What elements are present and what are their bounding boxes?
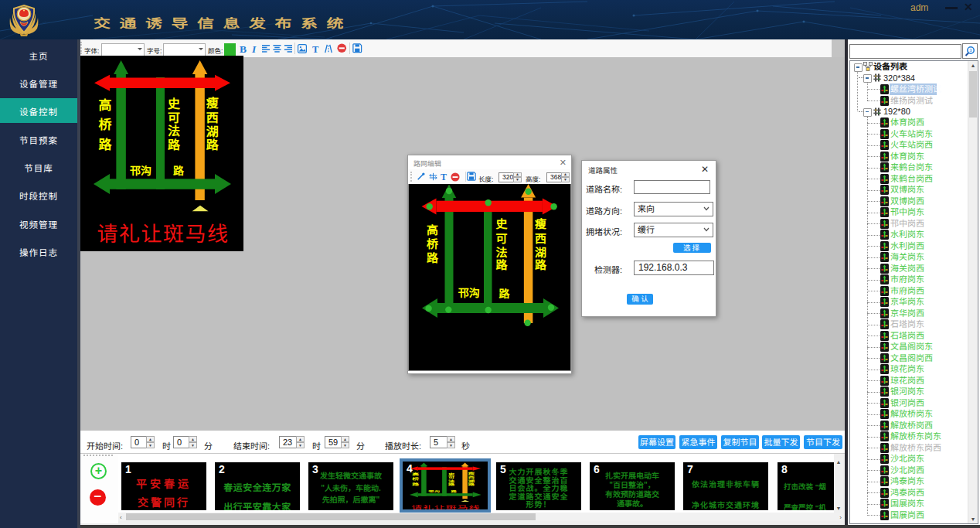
svg-text:可: 可	[495, 232, 507, 245]
svg-text:史: 史	[448, 472, 455, 475]
svg-text:法: 法	[168, 124, 180, 138]
svg-text:路: 路	[451, 490, 458, 493]
svg-text:路: 路	[495, 258, 508, 271]
svg-text:请礼让斑马线: 请礼让斑马线	[411, 505, 480, 509]
svg-text:邗沟: 邗沟	[428, 490, 440, 493]
svg-text:高: 高	[427, 223, 438, 237]
svg-text:西: 西	[535, 232, 546, 245]
svg-text:路: 路	[412, 482, 420, 486]
svg-text:路: 路	[168, 138, 181, 152]
svg-text:桥: 桥	[427, 237, 439, 250]
svg-text:高: 高	[99, 98, 112, 113]
svg-text:高: 高	[412, 472, 419, 476]
svg-text:可: 可	[168, 111, 180, 124]
svg-text:3: 3	[969, 48, 972, 53]
svg-text:西: 西	[206, 111, 219, 124]
svg-text:湖: 湖	[468, 479, 475, 482]
svg-text:路: 路	[535, 258, 547, 271]
svg-text:路: 路	[173, 165, 185, 177]
svg-text:请礼让斑马线: 请礼让斑马线	[97, 223, 230, 246]
svg-text:路: 路	[448, 483, 455, 486]
svg-text:史: 史	[168, 97, 181, 111]
svg-text:路: 路	[468, 483, 475, 486]
svg-text:路: 路	[499, 288, 511, 300]
svg-text:路: 路	[427, 251, 439, 264]
svg-text:史: 史	[495, 217, 508, 230]
svg-text:湖: 湖	[535, 246, 546, 259]
svg-text:桥: 桥	[99, 118, 113, 132]
svg-text:法: 法	[495, 246, 507, 259]
svg-text:湖: 湖	[206, 125, 219, 138]
svg-text:法: 法	[448, 479, 455, 482]
svg-text:邗沟: 邗沟	[458, 287, 480, 299]
svg-text:桥: 桥	[412, 477, 420, 481]
svg-text:邗沟: 邗沟	[130, 165, 151, 177]
svg-text:瘦: 瘦	[206, 97, 219, 110]
svg-text:瘦: 瘦	[468, 472, 475, 475]
svg-text:可: 可	[448, 476, 455, 479]
svg-text:路: 路	[206, 138, 219, 152]
svg-text:西: 西	[468, 476, 475, 479]
svg-text:路: 路	[99, 138, 113, 152]
svg-text:瘦: 瘦	[535, 217, 546, 230]
